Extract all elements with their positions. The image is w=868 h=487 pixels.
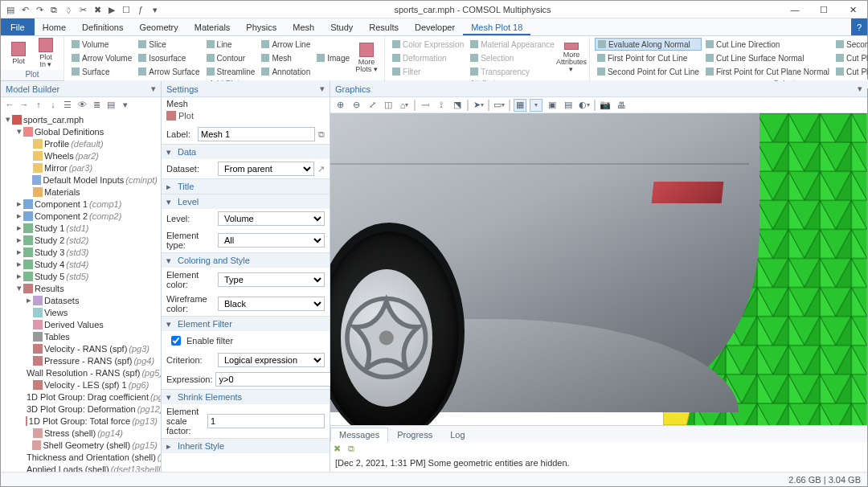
- tree-node-mirror[interactable]: Mirror(par3): [2, 162, 161, 174]
- tree-node-wheels[interactable]: Wheels(par2): [2, 149, 161, 162]
- tree-node-shell-geometry-shell-[interactable]: Shell Geometry (shell)(pg15): [2, 439, 161, 451]
- line-button[interactable]: Line: [204, 38, 258, 51]
- copy-icon[interactable]: ⧉: [49, 5, 59, 14]
- hide-icon[interactable]: ▣: [546, 99, 559, 112]
- nav-up-icon[interactable]: ↑: [33, 99, 44, 110]
- tab-definitions[interactable]: Definitions: [74, 18, 131, 35]
- tab-progress[interactable]: Progress: [388, 428, 441, 442]
- tab-home[interactable]: Home: [35, 18, 74, 35]
- tree-menu-icon[interactable]: ▾: [120, 99, 131, 110]
- tree-node-study-2[interactable]: ▸Study 2(std2): [2, 234, 161, 246]
- evaluate-along-normal-button[interactable]: Evaluate Along Normal: [595, 38, 702, 51]
- tree-root[interactable]: ▾ sports_car.mph: [2, 113, 161, 125]
- eye-icon[interactable]: 👁: [76, 99, 88, 110]
- more-plots-button[interactable]: MorePlots ▾: [354, 43, 379, 73]
- tree-node-derived-values[interactable]: Derived Values: [2, 318, 161, 330]
- tree-node-component-2[interactable]: ▸Component 2(comp2): [2, 210, 161, 222]
- toggle-select-icon[interactable]: ▦: [514, 99, 526, 112]
- tree-node-global-definitions[interactable]: ▾Global Definitions: [2, 125, 161, 137]
- nav-fwd-icon[interactable]: →: [18, 99, 30, 110]
- tab-mesh[interactable]: Mesh: [285, 18, 322, 35]
- annotation-button[interactable]: Annotation: [259, 65, 313, 78]
- arrow-volume-button[interactable]: Arrow Volume: [69, 51, 134, 64]
- tab-geometry[interactable]: Geometry: [131, 18, 186, 35]
- maximize-button[interactable]: ☐: [809, 1, 838, 18]
- expand-icon[interactable]: ☰: [62, 99, 73, 110]
- toolbar-options-icon[interactable]: ▾: [150, 5, 160, 14]
- cut-line-direction-button[interactable]: Cut Line Direction: [703, 38, 832, 51]
- tab-developer[interactable]: Developer: [407, 18, 463, 35]
- graphics-canvas[interactable]: [330, 113, 867, 425]
- wireframe-color-select[interactable]: Black: [218, 297, 325, 311]
- element-color-select[interactable]: Type: [218, 272, 325, 287]
- tree-node-datasets[interactable]: ▸Datasets: [2, 294, 161, 306]
- tree-node-default-model-inputs[interactable]: Default Model Inputs(cminpt): [2, 174, 161, 186]
- tree-node-1d-plot-group-drag-coefficient[interactable]: 1D Plot Group: Drag coefficient(pg7): [2, 391, 161, 403]
- tab-log[interactable]: Log: [441, 428, 473, 442]
- level-select[interactable]: Volume: [218, 211, 325, 226]
- enable-filter-checkbox[interactable]: [171, 336, 181, 346]
- print-icon[interactable]: 🖶: [615, 99, 628, 112]
- tree-node-thickness-and-orientation-shell-[interactable]: Thickness and Orientation (shell)(pg16): [2, 451, 161, 463]
- arrow-surface-button[interactable]: Arrow Surface: [136, 65, 202, 78]
- tree-node-component-1[interactable]: ▸Component 1(comp1): [2, 198, 161, 210]
- tree-node-materials[interactable]: Materials: [2, 186, 161, 198]
- plot-button[interactable]: Plot: [6, 38, 31, 68]
- cut-plane-normal-button[interactable]: Cut Plane Normal: [833, 51, 868, 64]
- tree-node-study-4[interactable]: ▸Study 4(std4): [2, 258, 161, 270]
- more-attributes-button[interactable]: MoreAttributes ▾: [559, 43, 584, 73]
- element-type-select[interactable]: All: [218, 233, 325, 248]
- mesh-button[interactable]: Mesh: [259, 51, 313, 64]
- tree-node-stress-shell-[interactable]: Stress (shell)(pg14): [2, 427, 161, 439]
- tree-node-results[interactable]: ▾Results: [2, 282, 161, 294]
- section-coloring[interactable]: ▾Coloring and Style: [162, 253, 330, 268]
- volume-button[interactable]: Volume: [69, 38, 134, 51]
- delete-icon[interactable]: ✖: [92, 5, 102, 14]
- forward-icon[interactable]: ▶: [107, 5, 117, 14]
- zoom-menu-icon[interactable]: ⌂: [398, 99, 411, 112]
- zoom-extents-icon[interactable]: ⤢: [366, 99, 379, 112]
- plot-in-button[interactable]: PlotIn ▾: [33, 38, 59, 68]
- image-button[interactable]: Image: [314, 51, 352, 64]
- panel-menu-icon[interactable]: ▾: [151, 84, 156, 94]
- panel-menu-icon[interactable]: ▾: [320, 84, 325, 94]
- view-yz-icon[interactable]: ⟟: [435, 99, 448, 112]
- second-point-for-cut-plane-normal-button[interactable]: Second Point for Cut Plane Normal: [833, 38, 868, 51]
- collapse-icon[interactable]: ▤: [105, 99, 117, 110]
- tab-results[interactable]: Results: [361, 18, 407, 35]
- panel-menu-icon[interactable]: ▾: [858, 84, 862, 94]
- tab-materials[interactable]: Materials: [186, 18, 239, 35]
- save-icon[interactable]: ▤: [6, 5, 15, 14]
- tree-node-views[interactable]: Views: [2, 306, 161, 318]
- contour-button[interactable]: Contour: [204, 51, 258, 64]
- section-title[interactable]: ▸Title: [162, 179, 330, 194]
- undo-icon[interactable]: ↶: [20, 5, 30, 14]
- tree-node-3d-plot-group-deformation[interactable]: 3D Plot Group: Deformation(pg12): [2, 403, 161, 415]
- redo-icon[interactable]: ↷: [35, 5, 44, 14]
- section-shrink[interactable]: ▾Shrink Elements: [162, 390, 330, 404]
- file-menu[interactable]: File: [1, 18, 35, 35]
- section-inherit[interactable]: ▸Inherit Style: [162, 439, 330, 453]
- model-tree[interactable]: ▾ sports_car.mph ▾Global DefinitionsProf…: [1, 112, 161, 472]
- label-input[interactable]: [198, 127, 315, 141]
- cut-icon[interactable]: ✂: [78, 5, 88, 14]
- view-iso-icon[interactable]: ⬔: [451, 99, 464, 112]
- tree-node-applied-loads-shell-[interactable]: Applied Loads (shell)(dset13shelllgrp): [2, 463, 161, 472]
- first-point-for-cut-plane-normal-button[interactable]: First Point for Cut Plane Normal: [703, 65, 832, 78]
- tree-node-pressure-rans-spf-[interactable]: Pressure - RANS (spf)(pg4): [2, 354, 161, 366]
- section-level[interactable]: ▾Level: [162, 194, 330, 209]
- minimize-button[interactable]: —: [780, 1, 809, 18]
- fx-icon[interactable]: ƒ: [136, 5, 145, 14]
- view-xy-icon[interactable]: ⟞: [419, 99, 432, 112]
- tree-node-profile[interactable]: Profile(default): [2, 137, 161, 149]
- criterion-select[interactable]: Logical expression: [218, 353, 325, 367]
- first-point-for-cut-line-button[interactable]: First Point for Cut Line: [595, 51, 702, 64]
- dataset-select[interactable]: From parent: [218, 162, 314, 176]
- tab-mesh-plot-18[interactable]: Mesh Plot 18: [463, 18, 530, 35]
- tab-study[interactable]: Study: [322, 18, 361, 35]
- tree-node-study-5[interactable]: ▸Study 5(std5): [2, 270, 161, 282]
- zoom-out-icon[interactable]: ⊖: [350, 99, 362, 112]
- filter-tree-icon[interactable]: ≣: [91, 99, 102, 110]
- tree-node-1d-plot-group-total-force[interactable]: 1D Plot Group: Total force(pg13): [2, 415, 161, 427]
- slice-button[interactable]: Slice: [136, 38, 202, 51]
